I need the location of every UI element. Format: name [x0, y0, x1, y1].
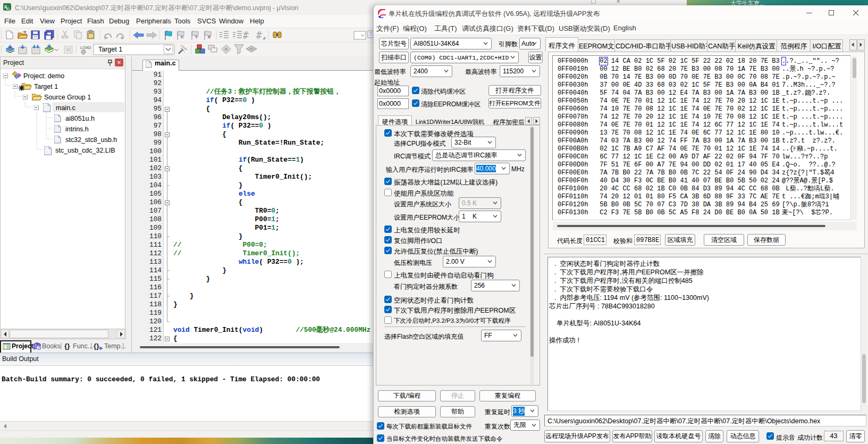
svg-text:LOAD: LOAD [80, 45, 91, 50]
svg-text:Target 1: Target 1 [98, 46, 122, 53]
svg-text:?: ? [38, 345, 40, 350]
